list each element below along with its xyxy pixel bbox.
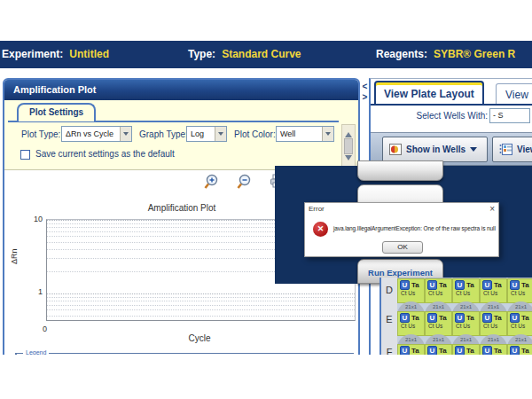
well-sample-text: 21x1: [480, 303, 507, 311]
plate-well-E3[interactable]: 21x1UTaCt Us: [452, 303, 480, 336]
well-block: UTaCt Us: [480, 344, 507, 355]
well-target: Ta: [439, 347, 447, 355]
save-default-checkbox[interactable]: [20, 150, 30, 160]
gridline-1: [47, 293, 355, 294]
well-detail-text: Ct Us: [453, 290, 479, 296]
plate-well-F2[interactable]: 21x1UTaCt Us: [425, 336, 452, 355]
well-target: Ta: [466, 347, 474, 355]
chevron-up-icon[interactable]: [345, 129, 352, 137]
well-sample-text: 21x1: [452, 303, 480, 311]
scrollbar-thumb[interactable]: [344, 138, 353, 154]
task-unknown-icon: U: [400, 346, 410, 355]
well-block: UTaCt Us: [507, 344, 532, 355]
plate-grid-viewport: 21x1UTaCt Us21x1UTaCt Us21x1UTaCt Us21x1…: [397, 278, 532, 355]
dialog-title: Error: [305, 203, 498, 215]
well-sample-text: 21x1: [397, 303, 425, 311]
graph-type-select[interactable]: Log: [186, 126, 227, 142]
error-dialog: Error × ✕ java.lang.IllegalArgumentExcep…: [304, 202, 499, 257]
task-unknown-icon: U: [455, 280, 465, 290]
settings-scrollbar[interactable]: [341, 124, 356, 168]
gridline-0.5: [47, 316, 355, 317]
save-default-label: Save current settings as the default: [35, 149, 175, 159]
well-target: Ta: [494, 347, 502, 355]
well-block: UTaCt Us: [425, 278, 452, 303]
bottom-mask: [0, 355, 532, 399]
chevron-down-icon[interactable]: [345, 155, 352, 164]
y-tick-10: 10: [25, 215, 43, 223]
well-block: UTaCt Us: [425, 311, 452, 336]
plate-well-D1[interactable]: 21x1UTaCt Us: [397, 278, 425, 303]
caret-down-icon: [470, 147, 477, 155]
graph-type-value: Log: [191, 129, 204, 138]
zoom-out-icon[interactable]: [237, 174, 253, 190]
view-legend-label: View L: [517, 145, 532, 154]
well-detail-text: Ct Us: [426, 323, 451, 329]
ok-button[interactable]: OK: [382, 241, 423, 254]
select-wells-label: Select Wells With:: [417, 111, 488, 121]
nav-button-upper[interactable]: [357, 160, 443, 181]
plot-type-label: Plot Type:: [21, 129, 60, 139]
task-unknown-icon: U: [482, 313, 492, 323]
well-sample-text: 21x1: [425, 336, 452, 344]
well-target: Ta: [521, 281, 529, 289]
plate-well-F1[interactable]: 21x1UTaCt Us: [397, 336, 425, 355]
experiment-field: Experiment:Untitled: [2, 48, 109, 60]
well-detail-text: Ct Us: [398, 290, 424, 296]
well-target: Ta: [521, 314, 529, 322]
plate-well-D2[interactable]: 21x1UTaCt Us: [425, 278, 452, 303]
well-block: UTaCt Us: [397, 278, 425, 303]
select-wells-dropdown[interactable]: - S: [489, 108, 530, 123]
task-unknown-icon: U: [400, 313, 410, 323]
plate-well-E4[interactable]: 21x1UTaCt Us: [480, 303, 507, 336]
well-sample-text: 21x1: [425, 303, 452, 311]
chevron-down-icon: [120, 127, 131, 141]
graph-type-label: Graph Type:: [139, 129, 188, 139]
well-detail-text: Ct Us: [481, 323, 506, 329]
task-unknown-icon: U: [482, 280, 492, 290]
task-unknown-icon: U: [510, 346, 520, 355]
plate-well-E1[interactable]: 21x1UTaCt Us: [397, 303, 425, 336]
zoom-in-icon[interactable]: [204, 174, 220, 190]
view-legend-button[interactable]: View L: [492, 137, 532, 162]
app-screen: Experiment:Untitled Type:Standard Curve …: [0, 0, 532, 399]
well-sample-text: 21x1: [397, 336, 425, 344]
well-block: UTaCt Us: [452, 278, 480, 303]
legend-icon: [499, 144, 512, 155]
experiment-info-bar: Experiment:Untitled Type:Standard Curve …: [0, 41, 532, 68]
reagents-field: Reagents:SYBR® Green R: [376, 48, 515, 60]
plot-color-select[interactable]: Well: [276, 126, 334, 142]
plot-type-select[interactable]: ΔRn vs Cycle: [61, 126, 132, 142]
well-sample-text: 21x1: [507, 336, 532, 344]
task-unknown-icon: U: [510, 280, 520, 290]
experiment-value: Untitled: [69, 48, 109, 60]
plate-well-E2[interactable]: 21x1UTaCt Us: [425, 303, 452, 336]
tab-plot-settings[interactable]: Plot Settings: [17, 103, 96, 121]
expand-right-icon[interactable]: >: [361, 92, 369, 103]
plate-well-F3[interactable]: 21x1UTaCt Us: [452, 336, 480, 355]
close-icon[interactable]: ×: [489, 204, 495, 214]
show-in-wells-label: Show in Wells: [406, 145, 466, 154]
select-wells-value: - S: [493, 111, 504, 120]
well-block: UTaCt Us: [507, 311, 532, 336]
well-detail-text: Ct Us: [453, 323, 479, 329]
run-experiment-label[interactable]: Run Experiment: [357, 268, 443, 278]
well-target: Ta: [466, 314, 474, 322]
collapse-left-icon[interactable]: <: [361, 82, 369, 92]
tab-view-plate-layout[interactable]: View Plate Layout: [374, 81, 484, 104]
reagents-label: Reagents:: [376, 48, 427, 60]
type-field: Type:Standard Curve: [188, 48, 301, 60]
well-target: Ta: [411, 281, 419, 289]
well-block: UTaCt Us: [507, 278, 532, 303]
tab-view-well-table[interactable]: View: [496, 83, 532, 104]
plate-well-D5[interactable]: 21x1UTaCt Us: [507, 278, 532, 303]
plate-well-F4[interactable]: 21x1UTaCt Us: [480, 336, 507, 355]
row-label-E: E: [381, 303, 397, 336]
plot-color-value: Well: [280, 129, 295, 138]
plate-grid: 21x1UTaCt Us21x1UTaCt Us21x1UTaCt Us21x1…: [397, 278, 532, 355]
plate-well-D4[interactable]: 21x1UTaCt Us: [480, 278, 507, 303]
plate-well-E5[interactable]: 21x1UTaCt Us: [507, 303, 532, 336]
plate-well-F5[interactable]: 21x1UTaCt Us: [507, 336, 532, 355]
plate-well-D3[interactable]: 21x1UTaCt Us: [452, 278, 480, 303]
well-target: Ta: [494, 314, 502, 322]
show-in-wells-button[interactable]: Show in Wells: [382, 137, 488, 162]
